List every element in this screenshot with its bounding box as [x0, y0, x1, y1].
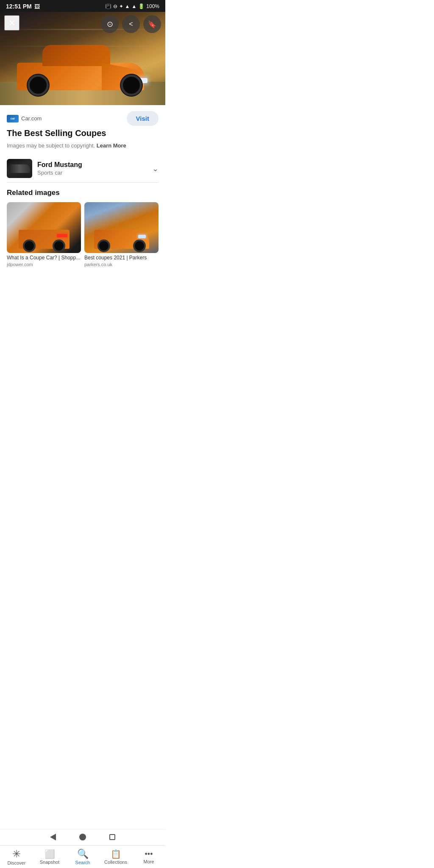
related-source-1: jdpower.com [7, 262, 81, 267]
bookmark-icon: 🔖 [148, 20, 156, 28]
status-right: 📳 ⊖ ✦ ▲ ▲ 🔋 100% [105, 3, 159, 9]
car-thumb-inner [7, 159, 32, 178]
wifi-icon: ▲ [125, 3, 130, 9]
car-info-card[interactable]: Ford Mustang Sports car ⌄ [7, 155, 159, 183]
related-source-2: parkers.co.uk [84, 262, 159, 267]
mini-car-2 [84, 202, 159, 253]
related-label-2: Best coupes 2021 | Parkers [84, 255, 159, 262]
related-images-title: Related images [7, 189, 159, 197]
related-item-2[interactable]: Best coupes 2021 | Parkers parkers.co.uk [84, 202, 159, 267]
content-area: car Car.com Visit The Best Selling Coupe… [0, 105, 165, 267]
source-row: car Car.com Visit [7, 111, 159, 126]
dnd-icon: ⊖ [113, 3, 117, 9]
car-type: Sports car [37, 170, 147, 176]
share-icon: < [129, 20, 133, 28]
chevron-down-icon: ⌄ [152, 164, 159, 173]
related-label-1: What Is a Coupe Car? | Shopp... [7, 255, 81, 262]
scan-button[interactable]: ⊙ [101, 15, 119, 33]
related-images-grid: What Is a Coupe Car? | Shopp... jdpower.… [7, 202, 159, 267]
page-title: The Best Selling Coupes [7, 128, 159, 138]
visit-button[interactable]: Visit [127, 111, 159, 126]
car-name: Ford Mustang [37, 161, 147, 169]
car-thumbnail [7, 159, 32, 178]
status-left: 12:51 PM 🖼 [6, 3, 40, 10]
source-info: car Car.com [7, 115, 42, 122]
hero-actions: ⊙ < 🔖 [101, 15, 161, 33]
related-item-1[interactable]: What Is a Coupe Car? | Shopp... jdpower.… [7, 202, 81, 267]
share-button[interactable]: < [122, 15, 140, 33]
hero-image: ✕ ⊙ < 🔖 [0, 12, 165, 105]
related-image-1 [7, 202, 81, 253]
related-image-2 [84, 202, 159, 253]
source-logo: car [7, 115, 19, 122]
copyright-notice: Images may be subject to copyright. Lear… [7, 142, 159, 149]
hero-overlay: ✕ ⊙ < 🔖 [0, 12, 165, 105]
battery-icon: 🔋 [138, 3, 145, 9]
logo-text: car [11, 117, 15, 120]
car-info-text: Ford Mustang Sports car [37, 161, 147, 176]
status-bar: 12:51 PM 🖼 📳 ⊖ ✦ ▲ ▲ 🔋 100% [0, 0, 165, 12]
learn-more-link[interactable]: Learn More [97, 142, 126, 149]
camera-icon: 🖼 [34, 3, 40, 10]
bookmark-button[interactable]: 🔖 [143, 15, 161, 33]
copyright-text: Images may be subject to copyright. [7, 142, 95, 149]
scan-icon: ⊙ [107, 19, 113, 29]
battery-percent: 100% [146, 3, 159, 9]
source-name: Car.com [21, 115, 42, 122]
status-time: 12:51 PM [6, 3, 32, 10]
mini-car-1 [7, 202, 81, 253]
signal-icon: ▲ [131, 3, 136, 9]
close-button[interactable]: ✕ [4, 15, 19, 31]
vibrate-icon: 📳 [105, 3, 111, 9]
spark-icon: ✦ [119, 3, 123, 9]
